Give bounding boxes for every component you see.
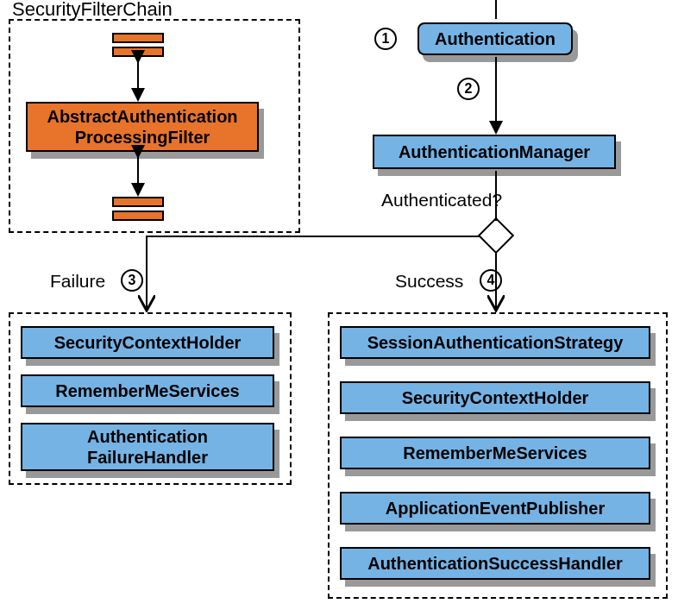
authenticated-question: Authenticated?: [381, 190, 502, 211]
success-security-context-holder: SecurityContextHolder: [340, 381, 650, 414]
success-remember-me-services: RememberMeServices: [340, 437, 650, 469]
filter-bar-bottom-2: [112, 211, 164, 221]
step-2-marker: 2: [457, 78, 480, 100]
success-title: Success: [395, 271, 463, 292]
step-1-marker: 1: [374, 28, 397, 50]
filter-bar-top-2: [112, 47, 164, 57]
step-4-marker: 4: [480, 269, 502, 292]
filter-bar-top-1: [112, 33, 164, 43]
success-session-auth-strategy: SessionAuthenticationStrategy: [340, 326, 650, 359]
authentication-manager-box: AuthenticationManager: [373, 135, 616, 169]
authentication-box: Authentication: [417, 22, 573, 55]
failure-title: Failure: [50, 271, 105, 292]
failure-security-context-holder: SecurityContextHolder: [21, 326, 274, 359]
step-3-marker: 3: [121, 269, 143, 292]
failure-remember-me-services: RememberMeServices: [21, 374, 274, 407]
filter-bar-bottom-1: [112, 197, 164, 207]
success-auth-success-handler: AuthenticationSuccessHandler: [340, 547, 650, 580]
success-app-event-publisher: ApplicationEventPublisher: [340, 492, 650, 525]
failure-auth-failure-handler: Authentication FailureHandler: [21, 423, 274, 471]
security-filter-chain-title: SecurityFilterChain: [12, 0, 173, 21]
decision-diamond: [478, 217, 514, 254]
abstract-auth-processing-filter: AbstractAuthentication ProcessingFilter: [26, 102, 259, 152]
